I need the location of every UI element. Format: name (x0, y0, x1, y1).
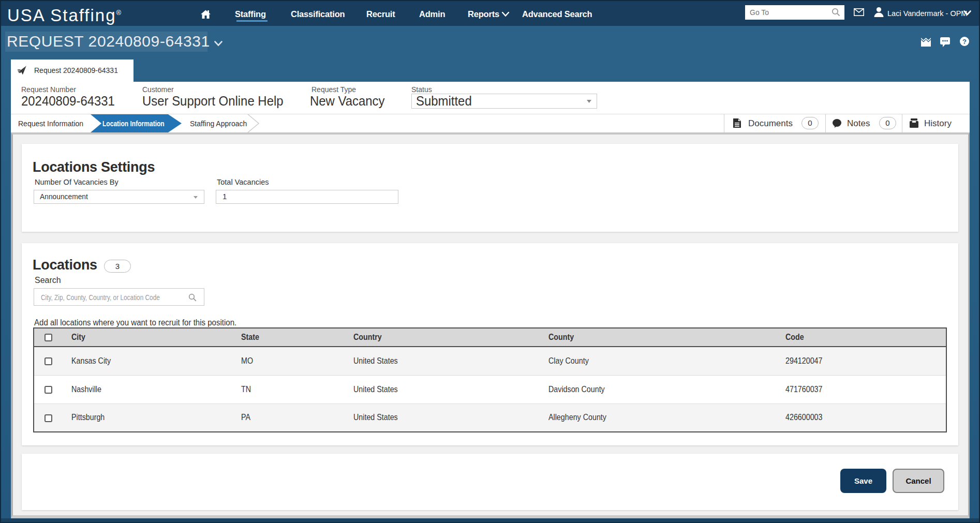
svg-text:?: ? (962, 38, 967, 46)
